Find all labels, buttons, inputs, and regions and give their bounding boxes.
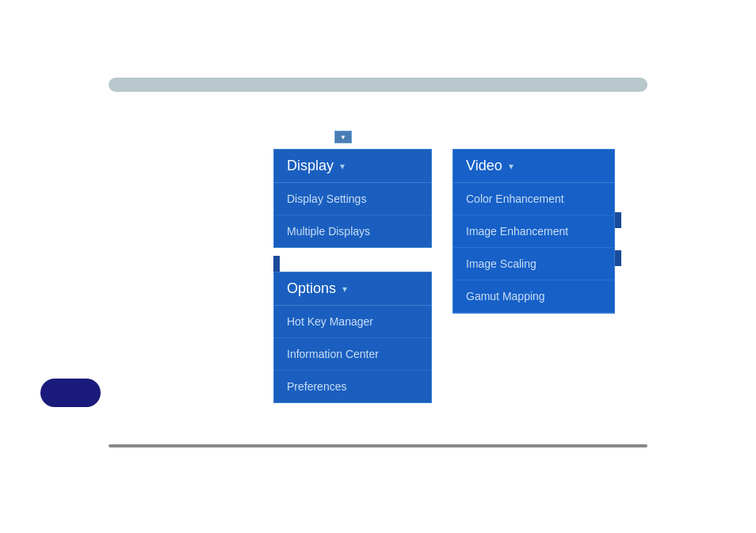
dropdown-indicator-icon[interactable]	[334, 131, 352, 143]
top-scrollbar	[109, 78, 647, 92]
video-menu-items: Color Enhancement Image Enhancement Imag…	[452, 183, 615, 314]
options-menu-items: Hot Key Manager Information Center Prefe…	[273, 306, 432, 403]
gamut-mapping-item[interactable]: Gamut Mapping	[453, 280, 614, 313]
options-menu-label: Options	[287, 280, 336, 297]
left-partial-bottom	[273, 256, 280, 272]
right-partial-bottom	[615, 250, 621, 266]
video-menu-chevron: ▾	[509, 161, 514, 172]
right-partial-top	[615, 212, 621, 228]
options-menu-chevron: ▾	[342, 284, 347, 295]
preferences-item[interactable]: Preferences	[274, 371, 431, 402]
options-menu: Options ▾ Hot Key Manager Information Ce…	[273, 272, 432, 403]
multiple-displays-item[interactable]: Multiple Displays	[274, 215, 431, 247]
video-menu: Video ▾ Color Enhancement Image Enhancem…	[452, 149, 615, 314]
display-menu-header[interactable]: Display ▾	[273, 149, 432, 183]
bottom-bar	[109, 444, 647, 447]
image-enhancement-item[interactable]: Image Enhancement	[453, 215, 614, 248]
display-menu-label: Display	[287, 158, 334, 174]
display-settings-item[interactable]: Display Settings	[274, 183, 431, 215]
video-menu-label: Video	[466, 158, 502, 174]
oval-button[interactable]	[40, 379, 101, 407]
video-menu-header[interactable]: Video ▾	[452, 149, 615, 183]
display-menu-items: Display Settings Multiple Displays	[273, 183, 432, 248]
hot-key-manager-item[interactable]: Hot Key Manager	[274, 306, 431, 338]
information-center-item[interactable]: Information Center	[274, 338, 431, 371]
color-enhancement-item[interactable]: Color Enhancement	[453, 183, 614, 215]
image-scaling-item[interactable]: Image Scaling	[453, 248, 614, 280]
display-menu: Display ▾ Display Settings Multiple Disp…	[273, 149, 432, 248]
display-menu-chevron: ▾	[340, 161, 345, 172]
options-menu-header[interactable]: Options ▾	[273, 272, 432, 306]
